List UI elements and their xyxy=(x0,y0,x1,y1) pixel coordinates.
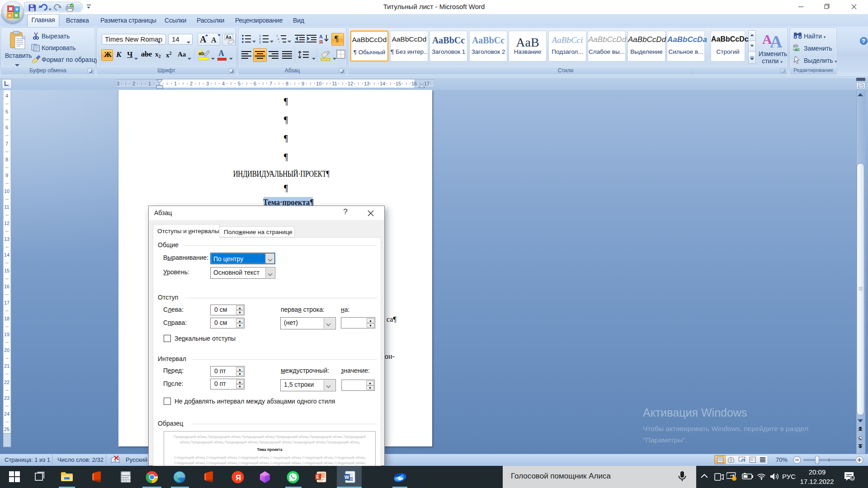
svg-text:3: 3 xyxy=(117,81,119,86)
svg-text:1: 1 xyxy=(174,81,177,86)
svg-text:ac: ac xyxy=(795,47,800,52)
svg-text:2: 2 xyxy=(132,81,135,86)
svg-text:2: 2 xyxy=(190,81,193,86)
svg-text:16: 16 xyxy=(4,284,9,289)
svg-text:17: 17 xyxy=(4,300,9,305)
svg-text:a: a xyxy=(278,38,279,40)
svg-text:7: 7 xyxy=(5,141,8,146)
svg-text:Я: Я xyxy=(319,39,323,44)
svg-text:16: 16 xyxy=(411,81,417,86)
svg-text:25: 25 xyxy=(4,427,9,432)
svg-text:5: 5 xyxy=(238,81,241,86)
svg-text:6: 6 xyxy=(254,81,256,86)
svg-text:11: 11 xyxy=(4,204,9,210)
svg-text:14: 14 xyxy=(380,81,385,86)
svg-text:13: 13 xyxy=(4,236,9,242)
svg-text:5: 5 xyxy=(5,109,8,114)
svg-text:15: 15 xyxy=(4,268,9,273)
svg-text:W: W xyxy=(344,474,349,480)
svg-text:12: 12 xyxy=(348,81,353,86)
svg-text:18: 18 xyxy=(4,316,9,321)
svg-text:A: A xyxy=(770,32,783,48)
svg-text:3: 3 xyxy=(206,81,209,86)
svg-text:Я: Я xyxy=(236,474,241,482)
svg-text:Е: Е xyxy=(316,474,320,479)
svg-text:1: 1 xyxy=(276,34,278,37)
svg-text:4: 4 xyxy=(222,81,225,86)
svg-text:2: 2 xyxy=(259,38,261,41)
svg-text:9: 9 xyxy=(5,173,8,178)
svg-text:14: 14 xyxy=(4,252,9,258)
svg-text:i: i xyxy=(279,41,279,43)
svg-text:6: 6 xyxy=(5,125,8,130)
svg-text:1: 1 xyxy=(148,81,151,86)
svg-text:23: 23 xyxy=(4,395,9,401)
svg-text:А: А xyxy=(319,34,323,39)
svg-text:4: 4 xyxy=(5,93,8,99)
svg-text:10: 10 xyxy=(4,188,9,194)
svg-text:Аа: Аа xyxy=(226,35,231,40)
svg-text:19: 19 xyxy=(4,332,9,337)
svg-text:15: 15 xyxy=(396,81,401,86)
svg-text:21: 21 xyxy=(4,363,9,369)
svg-text:ab: ab xyxy=(198,51,204,56)
svg-text:10: 10 xyxy=(316,81,321,86)
svg-text:7: 7 xyxy=(269,81,272,86)
svg-text:17: 17 xyxy=(424,81,429,86)
svg-text:11: 11 xyxy=(332,81,337,86)
svg-text:9: 9 xyxy=(302,81,304,86)
svg-text:1: 1 xyxy=(259,34,261,38)
svg-text:8: 8 xyxy=(5,157,8,162)
svg-text:12: 12 xyxy=(4,221,9,226)
svg-text:22: 22 xyxy=(4,380,9,385)
svg-text:3: 3 xyxy=(259,41,261,44)
svg-text:24: 24 xyxy=(4,411,9,417)
svg-text:20: 20 xyxy=(4,347,9,353)
svg-text:13: 13 xyxy=(364,81,369,86)
svg-text:8: 8 xyxy=(286,81,288,86)
